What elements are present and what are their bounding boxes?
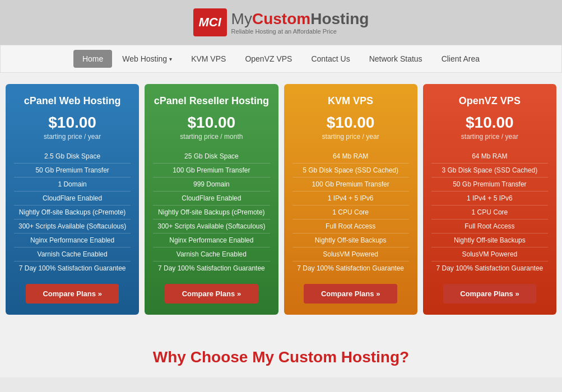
why-section: Why Choose My Custom Hosting? xyxy=(0,337,562,377)
why-title: Why Choose My Custom Hosting? xyxy=(11,348,551,366)
card-features-kvm-vps: 64 Mb RAM 5 Gb Disk Space (SSD Cached) 1… xyxy=(292,150,409,275)
nav-openvz-vps[interactable]: OpenVZ VPS xyxy=(236,50,301,68)
list-item: 1 Domain xyxy=(14,177,131,191)
logo-subtitle: Reliable Hosting at an Affordable Price xyxy=(231,28,369,35)
card-title-kvm-vps: KVM VPS xyxy=(292,95,409,107)
card-title-cpanel-web: cPanel Web Hosting xyxy=(14,95,131,107)
compare-plans-button-cpanel-web[interactable]: Compare Plans » xyxy=(26,284,119,304)
header: MCI MyCustomHosting Reliable Hosting at … xyxy=(0,0,562,45)
pricing-card-cpanel-web: cPanel Web Hosting $10.00 starting price… xyxy=(6,84,139,315)
card-price-cpanel-web: $10.00 xyxy=(14,114,131,132)
list-item: 100 Gb Premium Transfer xyxy=(153,163,270,177)
card-features-cpanel-reseller: 25 Gb Disk Space 100 Gb Premium Transfer… xyxy=(153,150,270,275)
card-title-cpanel-reseller: cPanel Reseller Hosting xyxy=(153,95,270,107)
compare-plans-button-kvm-vps[interactable]: Compare Plans » xyxy=(304,284,397,304)
main-content: cPanel Web Hosting $10.00 starting price… xyxy=(0,73,562,337)
list-item: 50 Gb Premium Transfer xyxy=(14,163,131,177)
list-item: Full Root Access xyxy=(292,219,409,233)
list-item: Nightly Off-site Backups (cPremote) xyxy=(14,205,131,219)
list-item: 7 Day 100% Satisfaction Guarantee xyxy=(431,261,548,275)
pricing-card-kvm-vps: KVM VPS $10.00 starting price / year 64 … xyxy=(284,84,417,315)
list-item: 50 Gb Premium Transfer xyxy=(431,177,548,191)
nav-contact-us[interactable]: Contact Us xyxy=(302,50,359,68)
list-item: 7 Day 100% Satisfaction Guarantee xyxy=(14,261,131,275)
list-item: 100 Gb Premium Transfer xyxy=(292,177,409,191)
compare-plans-button-openvz-vps[interactable]: Compare Plans » xyxy=(443,284,537,304)
card-price-cpanel-reseller: $10.00 xyxy=(153,114,270,132)
chevron-down-icon: ▾ xyxy=(169,56,172,62)
list-item: 64 Mb RAM xyxy=(431,150,548,163)
list-item: Nightly Off-site Backups xyxy=(431,233,548,247)
list-item: 7 Day 100% Satisfaction Guarantee xyxy=(292,261,409,275)
list-item: 300+ Scripts Available (Softaculous) xyxy=(153,219,270,233)
card-period-kvm-vps: starting price / year xyxy=(292,133,409,141)
list-item: CloudFlare Enabled xyxy=(14,191,131,205)
nav-home[interactable]: Home xyxy=(73,50,112,68)
list-item: 5 Gb Disk Space (SSD Cached) xyxy=(292,163,409,177)
card-period-cpanel-reseller: starting price / month xyxy=(153,133,270,141)
list-item: CloudFlare Enabled xyxy=(153,191,270,205)
list-item: Full Root Access xyxy=(431,219,548,233)
list-item: Varnish Cache Enabled xyxy=(14,247,131,261)
list-item: 64 Mb RAM xyxy=(292,150,409,163)
navbar: Home Web Hosting ▾ KVM VPS OpenVZ VPS Co… xyxy=(0,45,562,73)
logo-icon: MCI xyxy=(193,8,227,36)
logo-area: MCI MyCustomHosting Reliable Hosting at … xyxy=(0,8,562,36)
card-period-cpanel-web: starting price / year xyxy=(14,133,131,141)
card-features-openvz-vps: 64 Mb RAM 3 Gb Disk Space (SSD Cached) 5… xyxy=(431,150,548,275)
logo-my: My xyxy=(231,10,252,27)
list-item: SolusVM Powered xyxy=(292,247,409,261)
list-item: 1 CPU Core xyxy=(431,205,548,219)
list-item: 1 IPv4 + 5 IPv6 xyxy=(431,191,548,205)
card-features-cpanel-web: 2.5 Gb Disk Space 50 Gb Premium Transfer… xyxy=(14,150,131,275)
list-item: Nginx Performance Enabled xyxy=(153,233,270,247)
logo-custom: Custom xyxy=(252,10,310,27)
logo-text: MyCustomHosting Reliable Hosting at an A… xyxy=(231,10,369,35)
list-item: 1 IPv4 + 5 IPv6 xyxy=(292,191,409,205)
nav-network-status[interactable]: Network Status xyxy=(360,50,431,68)
list-item: 1 CPU Core xyxy=(292,205,409,219)
card-title-openvz-vps: OpenVZ VPS xyxy=(431,95,548,107)
list-item: 3 Gb Disk Space (SSD Cached) xyxy=(431,163,548,177)
list-item: 2.5 Gb Disk Space xyxy=(14,150,131,163)
compare-plans-button-cpanel-reseller[interactable]: Compare Plans » xyxy=(165,284,258,304)
list-item: 7 Day 100% Satisfaction Guarantee xyxy=(153,261,270,275)
list-item: Nginx Performance Enabled xyxy=(14,233,131,247)
logo-hosting: Hosting xyxy=(310,10,369,27)
logo-title: MyCustomHosting xyxy=(231,10,369,28)
list-item: Nightly Off-site Backups xyxy=(292,233,409,247)
nav-kvm-vps[interactable]: KVM VPS xyxy=(182,50,235,68)
nav-web-hosting[interactable]: Web Hosting ▾ xyxy=(113,50,181,68)
list-item: 300+ Scripts Available (Softaculous) xyxy=(14,219,131,233)
nav-client-area[interactable]: Client Area xyxy=(433,50,489,68)
card-price-openvz-vps: $10.00 xyxy=(431,114,548,132)
list-item: Varnish Cache Enabled xyxy=(153,247,270,261)
pricing-grid: cPanel Web Hosting $10.00 starting price… xyxy=(6,84,556,315)
card-price-kvm-vps: $10.00 xyxy=(292,114,409,132)
list-item: Nightly Off-site Backups (cPremote) xyxy=(153,205,270,219)
pricing-card-openvz-vps: OpenVZ VPS $10.00 starting price / year … xyxy=(423,84,556,315)
list-item: 999 Domain xyxy=(153,177,270,191)
card-period-openvz-vps: starting price / year xyxy=(431,133,548,141)
list-item: 25 Gb Disk Space xyxy=(153,150,270,163)
pricing-card-cpanel-reseller: cPanel Reseller Hosting $10.00 starting … xyxy=(145,84,278,315)
list-item: SolusVM Powered xyxy=(431,247,548,261)
